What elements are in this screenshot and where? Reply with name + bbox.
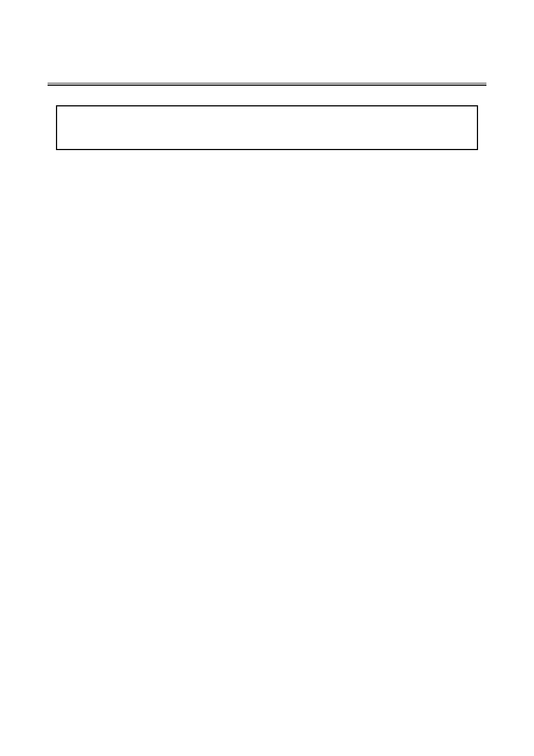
empty-content-box — [56, 105, 478, 150]
page-container — [0, 0, 534, 756]
horizontal-double-rule — [48, 83, 486, 86]
